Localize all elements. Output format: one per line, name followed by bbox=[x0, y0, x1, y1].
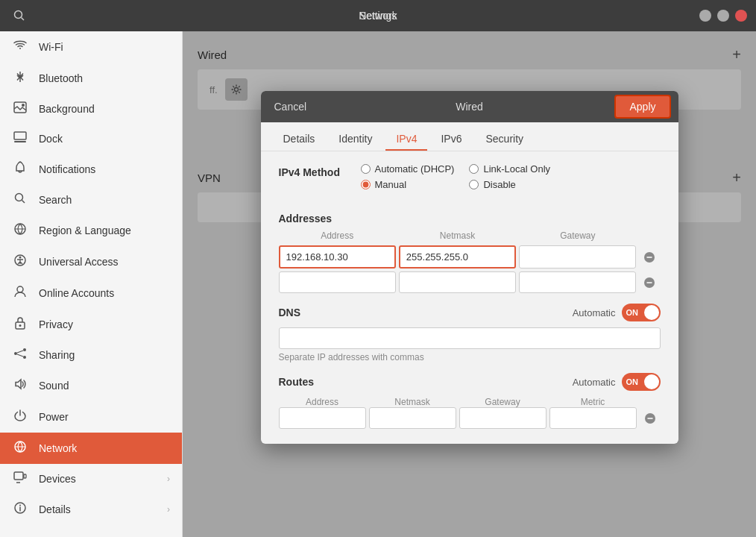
netmask-input-1[interactable] bbox=[399, 245, 516, 268]
method-link-local[interactable]: Link-Local Only bbox=[469, 163, 563, 175]
dock-icon bbox=[12, 131, 28, 146]
sound-icon bbox=[12, 377, 28, 394]
online-accounts-icon bbox=[12, 285, 28, 301]
details-chevron-icon: › bbox=[167, 504, 170, 515]
method-disable-radio[interactable] bbox=[469, 180, 479, 189]
sidebar-item-wifi[interactable]: Wi-Fi bbox=[0, 31, 182, 63]
svg-line-8 bbox=[22, 201, 25, 204]
routes-metric-input[interactable] bbox=[549, 407, 637, 429]
address-input-2[interactable] bbox=[279, 271, 396, 293]
sidebar-item-sound[interactable]: Sound bbox=[0, 370, 182, 401]
modal-overlay: Cancel Wired Apply Details Identity IPv4… bbox=[183, 31, 756, 537]
modal-body: IPv4 Method Automatic (DHCP) Link-Local … bbox=[261, 151, 678, 444]
routes-col-address: Address bbox=[279, 397, 366, 407]
gateway-input-1[interactable] bbox=[519, 245, 636, 268]
svg-point-14 bbox=[19, 324, 22, 327]
dns-automatic-toggle[interactable]: ON bbox=[622, 304, 661, 321]
method-disable[interactable]: Disable bbox=[469, 179, 563, 190]
method-automatic-dhcp[interactable]: Automatic (DHCP) bbox=[361, 163, 455, 175]
dns-toggle-label: ON bbox=[626, 308, 639, 317]
dns-header: DNS Automatic ON bbox=[279, 304, 661, 321]
col-header-netmask: Netmask bbox=[399, 230, 516, 242]
netmask-input-2[interactable] bbox=[399, 271, 516, 293]
tab-ipv6[interactable]: IPv6 bbox=[430, 128, 472, 151]
modal-apply-button[interactable]: Apply bbox=[614, 95, 670, 119]
svg-point-12 bbox=[17, 286, 23, 292]
routes-automatic-toggle[interactable]: ON bbox=[622, 373, 661, 391]
routes-col-netmask: Netmask bbox=[369, 397, 456, 407]
sidebar-item-network[interactable]: Network bbox=[0, 433, 182, 464]
svg-line-19 bbox=[17, 354, 23, 357]
method-automatic-dhcp-radio[interactable] bbox=[361, 164, 371, 174]
sidebar-item-universal-access-label: Universal Access bbox=[39, 256, 170, 268]
sidebar-item-devices-label: Devices bbox=[39, 473, 157, 485]
routes-col-gateway: Gateway bbox=[459, 397, 546, 407]
sidebar-item-search-label: Search bbox=[39, 194, 170, 206]
sidebar-item-universal-access[interactable]: Universal Access bbox=[0, 246, 182, 277]
svg-point-7 bbox=[16, 194, 23, 201]
sidebar-item-region[interactable]: Region & Language bbox=[0, 215, 182, 246]
gateway-input-2[interactable] bbox=[519, 271, 636, 293]
minimize-button[interactable] bbox=[699, 10, 711, 22]
sidebar-item-background[interactable]: Background bbox=[0, 94, 182, 124]
dns-automatic-label: Automatic bbox=[573, 307, 616, 318]
sidebar-item-notifications-label: Notifications bbox=[39, 163, 170, 175]
svg-point-25 bbox=[19, 505, 21, 506]
delete-routes-row-button[interactable] bbox=[640, 407, 661, 429]
modal-title: Wired bbox=[456, 101, 483, 113]
network-icon bbox=[12, 440, 28, 456]
power-icon bbox=[12, 409, 28, 425]
sidebar-item-dock-label: Dock bbox=[39, 133, 170, 145]
routes-header: Routes Automatic ON bbox=[279, 373, 661, 391]
modal-titlebar: Cancel Wired Apply bbox=[261, 91, 678, 122]
close-button[interactable] bbox=[735, 10, 747, 22]
method-disable-label: Disable bbox=[483, 179, 515, 190]
sidebar-item-online-accounts-label: Online Accounts bbox=[39, 287, 170, 299]
delete-row-2-button[interactable] bbox=[639, 271, 660, 293]
sidebar-item-sharing[interactable]: Sharing bbox=[0, 340, 182, 370]
svg-point-15 bbox=[14, 352, 17, 355]
sidebar-item-notifications[interactable]: Notifications bbox=[0, 154, 182, 185]
window-controls bbox=[699, 10, 747, 22]
svg-rect-21 bbox=[14, 472, 23, 480]
sidebar-item-bluetooth[interactable]: Bluetooth bbox=[0, 63, 182, 94]
tab-details[interactable]: Details bbox=[273, 128, 326, 151]
sidebar-item-online-accounts[interactable]: Online Accounts bbox=[0, 277, 182, 309]
sidebar-item-details[interactable]: Details › bbox=[0, 494, 182, 525]
svg-rect-22 bbox=[24, 474, 26, 478]
routes-grid: Address Netmask Gateway Metric bbox=[279, 397, 661, 407]
col-header-gateway: Gateway bbox=[519, 230, 636, 242]
svg-point-0 bbox=[15, 11, 22, 19]
sidebar-item-sound-label: Sound bbox=[39, 380, 170, 392]
delete-row-1-button[interactable] bbox=[639, 245, 660, 268]
tab-security[interactable]: Security bbox=[475, 128, 534, 151]
modal-cancel-button[interactable]: Cancel bbox=[261, 91, 321, 122]
search-icon[interactable] bbox=[9, 5, 30, 26]
routes-address-input[interactable] bbox=[279, 407, 366, 429]
svg-rect-6 bbox=[14, 141, 26, 142]
maximize-button[interactable] bbox=[717, 10, 729, 22]
routes-gateway-input[interactable] bbox=[459, 407, 546, 429]
sidebar-item-network-label: Network bbox=[39, 442, 170, 454]
sidebar-item-sharing-label: Sharing bbox=[39, 349, 170, 361]
dns-input[interactable] bbox=[279, 327, 661, 349]
method-link-local-radio[interactable] bbox=[469, 164, 479, 174]
sidebar-item-search[interactable]: Search bbox=[0, 185, 182, 215]
tab-identity[interactable]: Identity bbox=[328, 128, 382, 151]
sidebar-item-power[interactable]: Power bbox=[0, 401, 182, 433]
routes-automatic-label: Automatic bbox=[573, 377, 616, 388]
tab-ipv4[interactable]: IPv4 bbox=[385, 128, 427, 151]
dns-toggle-knob bbox=[644, 305, 659, 320]
details-icon bbox=[12, 501, 28, 518]
dns-label: DNS bbox=[279, 307, 573, 318]
sidebar-item-dock[interactable]: Dock bbox=[0, 124, 182, 154]
method-manual-radio[interactable] bbox=[361, 180, 371, 189]
sidebar-item-privacy[interactable]: Privacy bbox=[0, 309, 182, 340]
wired-config-modal: Cancel Wired Apply Details Identity IPv4… bbox=[261, 91, 678, 444]
svg-point-16 bbox=[23, 348, 26, 351]
sidebar-item-devices[interactable]: Devices › bbox=[0, 464, 182, 494]
address-input-1[interactable] bbox=[279, 245, 396, 268]
routes-netmask-input[interactable] bbox=[369, 407, 456, 429]
address-row-2 bbox=[279, 271, 661, 293]
method-manual[interactable]: Manual bbox=[361, 179, 455, 190]
